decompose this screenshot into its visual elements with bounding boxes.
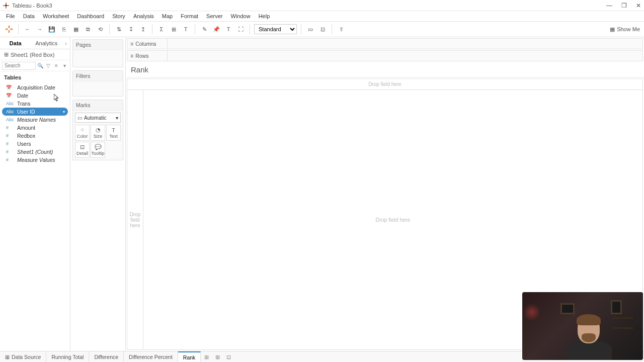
swap-button[interactable]: ⇅: [114, 24, 124, 34]
new-worksheet-tab[interactable]: ⊞: [201, 354, 212, 360]
svg-rect-2: [3, 5, 5, 6]
toolbar: ← → 💾 ⎘ ▦ ⧉ ⟲ ⇅ ↧ ↥ Σ ⊞ T ✎ 📌 T ⛶ Standa…: [0, 21, 644, 37]
field-user-id[interactable]: AbcUser ID: [2, 108, 68, 116]
filters-card[interactable]: Filters: [72, 70, 123, 97]
field-type-icon: 📅: [6, 85, 14, 90]
share-button[interactable]: ⇪: [336, 24, 346, 34]
tableau-icon[interactable]: [4, 24, 14, 34]
webcam-overlay: [522, 292, 643, 360]
highlight-button[interactable]: ✎: [199, 24, 209, 34]
field-acquisition-date[interactable]: 📅Acquisition Date: [2, 83, 68, 92]
automatic-icon: ▭: [77, 115, 82, 121]
maximize-button[interactable]: ❐: [621, 2, 627, 9]
new-dashboard-tab[interactable]: ⊞: [212, 354, 223, 360]
menu-format[interactable]: Format: [178, 12, 201, 20]
field-measure-names[interactable]: AbcMeasure Names: [2, 116, 68, 124]
new-worksheet-button[interactable]: ▦: [71, 24, 81, 34]
field-type-icon: #: [6, 133, 14, 138]
menu-map[interactable]: Map: [159, 12, 176, 20]
search-icon[interactable]: 🔍: [37, 63, 44, 68]
new-datasource-button[interactable]: ⎘: [59, 24, 69, 34]
cards-column: Pages Filters Marks ▭ Automatic ▾ ⁘Color…: [70, 37, 126, 351]
svg-rect-7: [9, 30, 10, 33]
sheet-tab-rank[interactable]: Rank: [178, 351, 201, 362]
sheet-tab-difference-percent[interactable]: Difference Percent: [124, 351, 178, 362]
fit-dropdown[interactable]: Standard: [254, 24, 297, 34]
minimize-button[interactable]: —: [606, 2, 612, 9]
rows-shelf[interactable]: ≡Rows: [127, 50, 643, 61]
sheet-title[interactable]: Rank: [126, 62, 644, 77]
field-label: User ID: [17, 109, 35, 115]
showme-button[interactable]: ▦ Show Me: [610, 26, 640, 33]
menu-data[interactable]: Data: [20, 12, 38, 20]
clear-button[interactable]: ⟲: [95, 24, 105, 34]
sort-asc-button[interactable]: ↧: [126, 24, 136, 34]
presentation-button[interactable]: ▭: [305, 24, 315, 34]
menu-story[interactable]: Story: [109, 12, 128, 20]
sheet-tab-difference[interactable]: Difference: [89, 351, 124, 362]
collapse-pane-icon[interactable]: ‹: [62, 40, 70, 46]
field-sheet1-count-[interactable]: #Sheet1 (Count): [2, 148, 68, 156]
field-amount[interactable]: #Amount: [2, 124, 68, 132]
field-users[interactable]: #Users: [2, 140, 68, 148]
field-type-icon: Abc: [6, 109, 14, 114]
menu-worksheet[interactable]: Worksheet: [40, 12, 72, 20]
svg-rect-0: [6, 3, 7, 5]
field-type-icon: Abc: [6, 117, 14, 122]
marks-size[interactable]: ◔Size: [91, 125, 105, 141]
menu-file[interactable]: File: [3, 12, 18, 20]
close-button[interactable]: ✕: [636, 2, 641, 9]
menu-dashboard[interactable]: Dashboard: [74, 12, 107, 20]
redo-button[interactable]: →: [35, 24, 45, 34]
rows-drop-target[interactable]: Drop field here: [127, 90, 143, 349]
filter-icon[interactable]: ▽: [45, 63, 52, 68]
new-story-tab[interactable]: ⊡: [223, 354, 234, 360]
duplicate-button[interactable]: ⧉: [83, 24, 93, 34]
field-type-icon: #: [6, 157, 14, 162]
field-redbox[interactable]: #Redbox: [2, 132, 68, 140]
tableau-logo-icon: [3, 3, 9, 9]
svg-rect-5: [5, 5, 7, 6]
marks-type-dropdown[interactable]: ▭ Automatic ▾: [75, 113, 121, 123]
columns-shelf[interactable]: ≡Columns: [127, 38, 643, 49]
marks-detail[interactable]: ⊡Detail: [75, 142, 90, 158]
field-label: Measure Values: [17, 157, 55, 163]
field-label: Acquisition Date: [17, 84, 55, 90]
cards-button[interactable]: ⊡: [317, 24, 328, 34]
marks-tooltip[interactable]: 💬Tooltip: [91, 142, 105, 158]
format-button[interactable]: T: [223, 24, 233, 34]
titlebar: Tableau - Book3 — ❐ ✕: [0, 0, 644, 11]
field-type-icon: #: [6, 125, 14, 130]
sheet-tab-running-total[interactable]: Running Total: [46, 351, 89, 362]
undo-button[interactable]: ←: [23, 24, 33, 34]
pin-button[interactable]: 📌: [211, 24, 221, 34]
totals-button[interactable]: Σ: [156, 24, 167, 34]
field-measure-values[interactable]: #Measure Values: [2, 156, 68, 164]
cursor-icon: [54, 94, 60, 102]
window-title: Tableau - Book3: [12, 3, 52, 9]
menu-window[interactable]: Window: [228, 12, 254, 20]
view-icon[interactable]: ≡: [53, 63, 60, 68]
datasource-item[interactable]: ⊞ Sheet1 (Red Box): [0, 49, 70, 60]
sort-desc-button[interactable]: ↥: [138, 24, 148, 34]
svg-rect-9: [10, 29, 13, 30]
tab-analytics[interactable]: Analytics: [31, 38, 62, 48]
group-button[interactable]: ⊞: [169, 24, 179, 34]
menu-analysis[interactable]: Analysis: [130, 12, 157, 20]
mark-label-button[interactable]: T: [181, 24, 191, 34]
field-type-icon: #: [6, 149, 14, 154]
search-input[interactable]: [2, 62, 36, 70]
datasource-tab[interactable]: ⊞ Data Source: [0, 351, 46, 362]
data-pane: Data Analytics ‹ ⊞ Sheet1 (Red Box) 🔍 ▽ …: [0, 37, 70, 351]
pages-card[interactable]: Pages: [72, 39, 123, 67]
menu-server[interactable]: Server: [203, 12, 225, 20]
fit-button[interactable]: ⛶: [235, 24, 246, 34]
tab-data[interactable]: Data: [0, 38, 31, 48]
field-type-icon: Abc: [6, 101, 14, 106]
save-button[interactable]: 💾: [47, 24, 57, 34]
marks-text[interactable]: TText: [106, 125, 121, 141]
dropdown-icon[interactable]: ▾: [61, 63, 68, 68]
marks-color[interactable]: ⁘Color: [75, 125, 90, 141]
columns-drop-target[interactable]: Drop field here: [127, 79, 642, 90]
menu-help[interactable]: Help: [256, 12, 273, 20]
